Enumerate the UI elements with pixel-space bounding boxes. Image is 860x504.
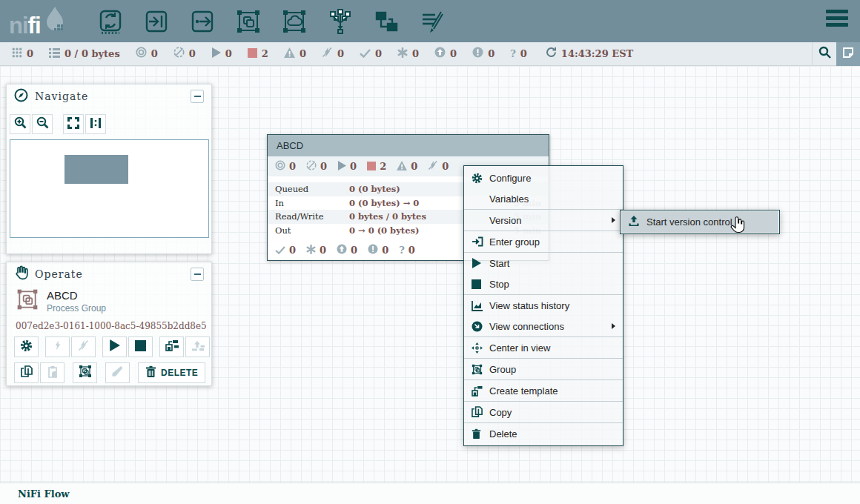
pg-stat-running: 0 [337, 160, 357, 173]
menu-item-create-template[interactable]: Create template [464, 380, 623, 401]
play-icon [472, 258, 489, 268]
menu-item-start[interactable]: Start [464, 253, 623, 273]
operate-palette: Operate ABCD Process Group 007ed2e3-0161… [6, 262, 212, 386]
label-tool-icon[interactable] [419, 7, 446, 36]
operate-collapse-button[interactable] [191, 268, 204, 281]
component-toolbar [97, 7, 446, 36]
pg-footer-sync-failure: ? 0 [399, 245, 415, 256]
zoom-in-button[interactable] [10, 114, 30, 134]
menu-item-view-status-history[interactable]: View status history [464, 295, 623, 316]
pg-stat-transmitting: 0 [275, 160, 296, 173]
menu-item-variables[interactable]: Variables [464, 188, 623, 209]
menu-item-version[interactable]: Version [464, 210, 623, 231]
birdseye-minimap[interactable] [10, 139, 209, 238]
copy-button[interactable] [14, 362, 39, 383]
template-tool-icon[interactable] [373, 7, 400, 36]
group-button[interactable] [73, 362, 97, 383]
invalid-icon [284, 47, 295, 61]
transmitting-icon [136, 47, 147, 61]
trash-icon [472, 428, 489, 440]
lightning-slash-icon [78, 339, 89, 354]
selection-name: ABCD [47, 289, 106, 302]
navigate-collapse-button[interactable] [191, 90, 204, 103]
stop-button[interactable] [128, 336, 153, 357]
operate-buttons-row2: DELETE [14, 362, 211, 383]
pg-stat-not-transmitting: 0 [306, 160, 327, 173]
menu-item-delete[interactable]: Delete [464, 423, 623, 444]
status-stale: 0 [434, 47, 457, 61]
copy-icon [472, 406, 489, 418]
search-icon [818, 46, 831, 62]
menu-item-center-in-view[interactable]: Center in view [464, 337, 623, 358]
delete-button[interactable]: DELETE [138, 362, 205, 383]
processor-tool-icon[interactable] [97, 7, 124, 36]
nifi-logo: nifi [9, 5, 67, 37]
locally-modified-stale-icon [472, 47, 483, 61]
global-menu-button[interactable] [826, 10, 848, 27]
funnel-tool-icon[interactable] [327, 7, 354, 36]
upload-icon [628, 215, 640, 229]
paste-icon [47, 365, 59, 381]
locally-modified-stale-icon [368, 244, 378, 257]
hand-pointer-icon [14, 265, 28, 283]
gear-icon [20, 339, 33, 355]
configure-button[interactable] [14, 336, 39, 357]
search-button[interactable] [812, 42, 836, 66]
import-from-registry-button[interactable] [159, 336, 184, 357]
pg-stat-disabled: 0 [428, 160, 449, 173]
operate-title: Operate [35, 268, 83, 280]
status-refresh[interactable]: 14:43:29 EST [546, 47, 633, 61]
submenu-arrow-icon [612, 217, 615, 223]
fill-color-button[interactable] [105, 362, 130, 383]
navigate-title: Navigate [35, 90, 88, 102]
input-port-tool-icon[interactable] [143, 7, 170, 36]
status-locally-modified-stale: 0 [472, 47, 494, 61]
status-not-transmitting: 0 [173, 47, 196, 61]
process-group-header[interactable]: ABCD [268, 135, 549, 156]
menu-item-stop[interactable]: Stop [464, 273, 623, 294]
birdseye-toggle-button[interactable] [836, 42, 860, 66]
running-icon [211, 47, 221, 61]
disabled-icon [428, 160, 438, 173]
menu-item-configure[interactable]: Configure [464, 168, 623, 188]
pg-footer-stale: 0 [337, 244, 357, 257]
paste-button[interactable] [40, 362, 64, 383]
transmitting-icon [275, 160, 285, 173]
pg-stat-invalid: 0 [397, 160, 417, 173]
trash-icon [145, 365, 156, 381]
menu-item-group[interactable]: Group [464, 359, 623, 379]
pg-stat-stopped: 2 [367, 160, 386, 173]
commit-to-registry-button[interactable] [185, 336, 210, 357]
zoom-out-button[interactable] [32, 114, 53, 134]
breadcrumb-root[interactable]: NiFi Flow [18, 488, 70, 500]
enter-group-icon [472, 236, 489, 247]
remote-process-group-tool-icon[interactable] [281, 7, 308, 36]
process-group-tool-icon[interactable] [235, 7, 262, 36]
menu-item-view-connections[interactable]: View connections [464, 316, 623, 336]
output-port-tool-icon[interactable] [189, 7, 216, 36]
zoom-actual-size-button[interactable] [85, 114, 106, 134]
refresh-time: 14:43:29 EST [561, 48, 633, 59]
group-icon [79, 365, 92, 381]
group-icon [472, 364, 489, 375]
status-disabled: 0 [322, 47, 344, 61]
status-up-to-date: 0 [360, 47, 382, 61]
menu-item-copy[interactable]: Copy [464, 402, 623, 422]
enable-button[interactable] [45, 336, 70, 357]
zoom-fit-button[interactable] [63, 114, 84, 134]
registry-import-icon [165, 339, 179, 354]
stale-icon [434, 47, 446, 61]
pg-footer-up-to-date: 0 [275, 244, 296, 257]
context-menu: Configure Variables Version Enter group [463, 165, 624, 446]
logo-text-ni: ni [9, 14, 28, 37]
disabled-icon [322, 47, 333, 61]
paintbrush-icon [111, 365, 124, 380]
start-button[interactable] [102, 336, 127, 357]
menu-item-start-version-control[interactable]: Start version control [621, 211, 778, 233]
navigate-header: Navigate [7, 84, 211, 108]
operate-header: Operate [7, 262, 211, 286]
menu-item-enter-group[interactable]: Enter group [464, 231, 623, 252]
stop-icon [135, 340, 146, 354]
disable-button[interactable] [71, 336, 96, 357]
active-threads-icon [12, 47, 22, 61]
